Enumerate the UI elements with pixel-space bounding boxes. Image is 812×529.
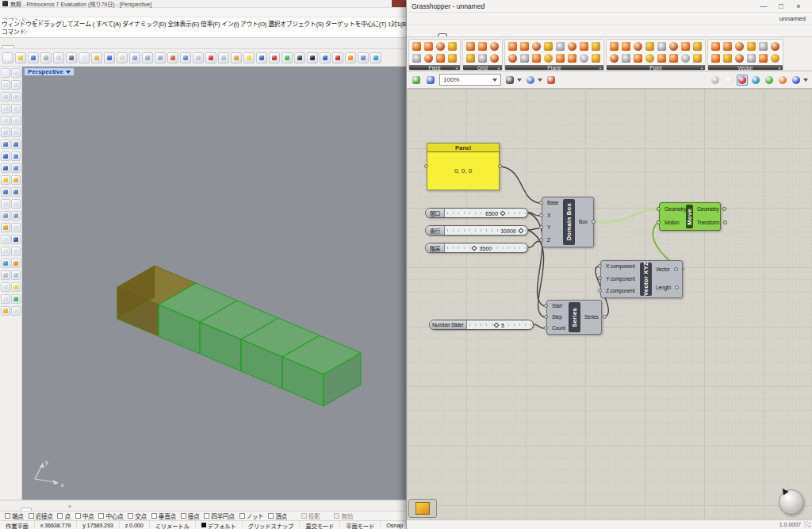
- sketch-tool-icon[interactable]: [546, 75, 557, 86]
- status-cell[interactable]: 平面モード: [340, 521, 381, 529]
- checkbox-icon[interactable]: [268, 513, 274, 519]
- hide-icon[interactable]: [1, 282, 10, 292]
- minimize-button[interactable]: —: [755, 2, 772, 10]
- fillet-icon[interactable]: [1, 199, 10, 209]
- toolbar-tab[interactable]: [2, 45, 14, 48]
- move-icon[interactable]: [1, 211, 10, 220]
- polygon-icon[interactable]: [1, 128, 10, 137]
- osnap-toggle[interactable]: 四半円点: [204, 512, 234, 520]
- wire-slider2-to-y[interactable]: [528, 228, 539, 230]
- open-file-icon[interactable]: [15, 52, 26, 63]
- properties-icon[interactable]: [53, 52, 64, 63]
- component-name-band[interactable]: Domain Box: [563, 199, 575, 245]
- extrude-icon[interactable]: [1, 175, 10, 185]
- port-nub-icon[interactable]: [598, 264, 602, 268]
- panel-content[interactable]: 0, 0, 0: [427, 152, 499, 189]
- annotate-icon[interactable]: [11, 306, 21, 316]
- helix-icon[interactable]: [11, 128, 21, 137]
- arc-3pt-icon[interactable]: [11, 104, 21, 113]
- layer-icon[interactable]: [11, 282, 21, 292]
- group-expand-icon[interactable]: +: [599, 65, 602, 71]
- checkbox-icon[interactable]: [151, 513, 157, 519]
- panel-component[interactable]: Panel 0, 0, 0: [427, 143, 500, 190]
- plane-icon-1[interactable]: [507, 40, 519, 52]
- vector-icon-12[interactable]: [769, 52, 781, 64]
- point-icon-4[interactable]: [644, 40, 656, 52]
- plane-icon-15[interactable]: [578, 52, 590, 64]
- lock-icon[interactable]: [256, 52, 267, 63]
- zoom-select[interactable]: 100%: [439, 74, 501, 86]
- status-cell[interactable]: 作業平面: [0, 521, 35, 529]
- port-nub-icon[interactable]: [544, 315, 548, 319]
- output-port[interactable]: Vector: [656, 267, 670, 273]
- grid-icon-2[interactable]: [477, 40, 488, 52]
- slider-knob[interactable]: [472, 245, 477, 251]
- point-icon-5[interactable]: [656, 40, 668, 52]
- surface-icon[interactable]: [1, 140, 10, 149]
- checkbox-icon[interactable]: [239, 513, 245, 519]
- layer-state-icon[interactable]: [269, 52, 280, 63]
- field-icon-3[interactable]: [435, 40, 446, 52]
- point-icon-10[interactable]: [620, 52, 632, 64]
- field-icon-4[interactable]: [446, 40, 458, 52]
- wire-slider3-to-z[interactable]: [528, 241, 539, 247]
- port-nub-icon[interactable]: [598, 276, 602, 280]
- toolbar-tab[interactable]: [114, 46, 125, 48]
- vector-icon-8[interactable]: [722, 52, 733, 64]
- toolbar-tab[interactable]: [14, 46, 25, 48]
- check-icon[interactable]: [11, 294, 21, 304]
- checkbox-icon[interactable]: [128, 513, 133, 519]
- new-viewport-icon[interactable]: [65, 503, 75, 511]
- plane-icon-13[interactable]: [554, 52, 566, 64]
- preview-dropdown-icon[interactable]: [538, 79, 542, 82]
- output-port[interactable]: Length: [656, 286, 671, 291]
- field-icon-2[interactable]: [423, 40, 435, 52]
- curve-control-icon[interactable]: [11, 80, 21, 90]
- output-port[interactable]: Box: [579, 220, 588, 225]
- status-cell[interactable]: Osnap: [381, 521, 406, 529]
- mirror-icon[interactable]: [1, 235, 10, 244]
- material-icon[interactable]: [1, 306, 10, 316]
- rotate-icon[interactable]: [1, 223, 10, 232]
- number-slider[interactable]: 階高 3500: [425, 243, 528, 253]
- wireframe-preview-icon[interactable]: [723, 75, 734, 86]
- vector-icon-5[interactable]: [757, 40, 769, 52]
- wire-box-to-geometry[interactable]: [596, 209, 657, 223]
- grid-icon-4[interactable]: [465, 52, 477, 64]
- paste-icon[interactable]: [91, 52, 102, 63]
- toolbar-tab[interactable]: [92, 46, 103, 48]
- input-port[interactable]: Y component: [606, 277, 635, 282]
- viewport-layout-icon[interactable]: [193, 52, 204, 63]
- checkbox-icon[interactable]: [5, 513, 10, 519]
- output-port[interactable]: Geometry: [697, 207, 718, 213]
- split-icon[interactable]: [11, 247, 21, 256]
- copy-object-icon[interactable]: [11, 211, 21, 220]
- point-icon-11[interactable]: [632, 52, 644, 64]
- osnap-toggle[interactable]: 接点: [181, 512, 200, 520]
- osnap-toggle[interactable]: 無効: [334, 512, 353, 520]
- status-cell[interactable]: z 0.000: [120, 521, 150, 529]
- toolbar-tab[interactable]: [81, 46, 92, 48]
- circle-diameter-icon[interactable]: [11, 92, 21, 102]
- input-port[interactable]: Motion: [665, 220, 680, 226]
- chamfer-icon[interactable]: [11, 199, 21, 209]
- command-input-line[interactable]: コマンド:: [2, 29, 404, 36]
- field-icon-1[interactable]: [411, 40, 423, 52]
- input-port[interactable]: Y: [547, 225, 550, 231]
- input-port[interactable]: Geometry: [665, 207, 686, 213]
- port-nub-icon[interactable]: [539, 225, 543, 229]
- port-nub-icon[interactable]: [544, 326, 548, 330]
- vector-icon-6[interactable]: [769, 40, 781, 52]
- plane-icon[interactable]: [11, 151, 21, 161]
- point-icon[interactable]: [11, 68, 21, 78]
- checkbox-icon[interactable]: [98, 513, 104, 519]
- trim-icon[interactable]: [1, 247, 10, 256]
- close-button[interactable]: ×: [790, 2, 807, 10]
- checkbox-icon[interactable]: [334, 513, 339, 519]
- preview-orange-icon[interactable]: [777, 75, 788, 86]
- grid-icon-5[interactable]: [477, 52, 488, 64]
- input-port[interactable]: Step: [552, 315, 562, 320]
- plane-icon-9[interactable]: [507, 52, 519, 64]
- plane-icon-5[interactable]: [554, 40, 566, 52]
- curve-freeform-icon[interactable]: [1, 80, 10, 90]
